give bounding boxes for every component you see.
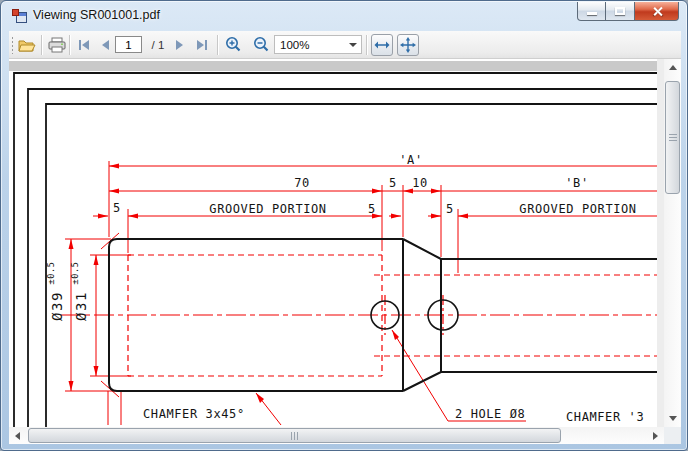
zoom-in-button[interactable] — [222, 31, 244, 59]
hole-note-label: 2 HOLE Ø8 — [455, 407, 525, 421]
title-bar[interactable]: Viewing SR001001.pdf — [1, 1, 687, 31]
dim-label-5-right: 5 — [446, 202, 454, 216]
first-page-button[interactable] — [75, 31, 93, 59]
zoom-out-button[interactable] — [250, 31, 272, 59]
dia-31-tolerance: ±0.5 — [70, 262, 80, 285]
vertical-scrollbar[interactable] — [664, 59, 681, 427]
printer-icon — [48, 37, 66, 53]
page-right-gutter — [657, 59, 664, 427]
scroll-left-button[interactable] — [9, 427, 26, 444]
dim-label-section-b: 'B' — [565, 176, 588, 190]
dimension-lines — [65, 161, 657, 425]
pdf-viewer-window: Viewing SR001001.pdf — [0, 0, 688, 451]
page-number-input[interactable]: 1 — [115, 36, 142, 53]
scroll-up-button[interactable] — [664, 59, 681, 76]
close-icon — [652, 6, 663, 17]
zoom-level-value: 100% — [275, 39, 349, 51]
scroll-down-button[interactable] — [664, 410, 681, 427]
first-page-icon — [78, 40, 90, 50]
arrow-left-icon — [15, 432, 20, 440]
dim-label-5-top: 5 — [389, 176, 397, 190]
previous-page-button[interactable] — [96, 31, 114, 59]
dim-label-5-mid: 5 — [368, 202, 376, 216]
chevron-down-icon — [349, 43, 357, 47]
toolbar: 1 / 1 — [9, 31, 681, 59]
center-line — [61, 295, 657, 335]
sheet-frame — [14, 73, 657, 427]
minimize-icon — [587, 12, 597, 15]
dia-39-label: Ø39 — [49, 291, 65, 321]
zoom-out-icon — [252, 36, 270, 54]
window-content: 1 / 1 — [9, 31, 681, 444]
separator — [366, 35, 367, 55]
chamfer-note-label: CHAMFER 3x45° — [143, 407, 245, 421]
app-form-icon — [12, 8, 28, 24]
page-total-label: / 1 — [147, 31, 169, 59]
dia-39-tolerance: ±0.5 — [46, 262, 56, 285]
vertical-scroll-thumb[interactable] — [665, 81, 680, 194]
thumb-grip-icon — [291, 432, 299, 440]
horizontal-scroll-thumb[interactable] — [28, 428, 561, 443]
grooved-portion-right-label: GROOVED PORTION — [519, 202, 636, 216]
print-button[interactable] — [47, 31, 67, 59]
fit-width-icon — [374, 40, 390, 50]
scrollbar-corner — [664, 427, 681, 444]
close-button[interactable] — [634, 2, 679, 21]
arrow-right-icon — [653, 432, 658, 440]
open-folder-icon — [18, 38, 36, 53]
drawing-canvas: 'A' 'B' 70 5 10 5 GROOVED PORTION 5 5 GR… — [9, 59, 664, 427]
scroll-right-button[interactable] — [647, 427, 664, 444]
separator — [217, 35, 218, 55]
separator — [69, 35, 70, 55]
page-top-shadow — [9, 61, 657, 71]
arrow-up-icon — [669, 65, 677, 70]
dim-label-5-left: 5 — [113, 201, 121, 215]
maximize-button[interactable] — [606, 2, 634, 21]
fit-page-icon — [400, 37, 416, 53]
chamfer-note-right-label: CHAMFER '3 — [566, 410, 644, 424]
separator — [41, 35, 42, 55]
open-file-button[interactable] — [17, 31, 37, 59]
dim-label-10: 10 — [412, 176, 428, 190]
maximize-icon — [615, 7, 625, 15]
arrow-down-icon — [669, 416, 677, 421]
grooved-portion-left-label: GROOVED PORTION — [209, 202, 326, 216]
zoom-in-icon — [224, 36, 242, 54]
last-page-icon — [196, 40, 208, 50]
minimize-button[interactable] — [577, 2, 606, 21]
dia-31-label: Ø31 — [73, 291, 89, 321]
fit-width-button[interactable] — [371, 34, 393, 56]
dim-label-70: 70 — [294, 176, 310, 190]
next-page-icon — [175, 40, 184, 50]
toolbar-grip — [11, 36, 15, 54]
dim-label-section-a: 'A' — [399, 153, 422, 167]
next-page-button[interactable] — [170, 31, 188, 59]
fit-page-button[interactable] — [397, 34, 419, 56]
last-page-button[interactable] — [192, 31, 212, 59]
previous-page-icon — [101, 40, 110, 50]
thumb-grip-icon — [669, 134, 677, 142]
horizontal-scrollbar[interactable] — [9, 427, 664, 444]
window-title: Viewing SR001001.pdf — [33, 8, 160, 22]
pdf-page-viewport[interactable]: 'A' 'B' 70 5 10 5 GROOVED PORTION 5 5 GR… — [9, 59, 664, 427]
zoom-level-combobox[interactable]: 100% — [274, 35, 362, 54]
